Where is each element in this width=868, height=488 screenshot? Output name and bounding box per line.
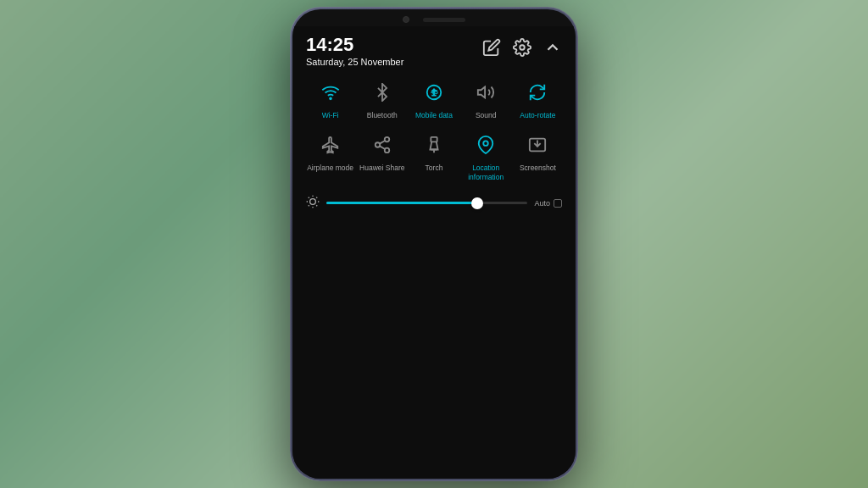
toggle-auto-rotate[interactable]: Auto-rotate — [514, 77, 562, 119]
auto-rotate-icon-wrap — [522, 77, 553, 108]
toggle-location[interactable]: Location information — [462, 130, 510, 180]
location-label: Location information — [462, 164, 510, 180]
settings-icon[interactable] — [513, 38, 531, 59]
brightness-icon — [306, 195, 320, 212]
notch-area — [292, 9, 576, 26]
bluetooth-label: Bluetooth — [367, 111, 398, 119]
svg-point-5 — [385, 137, 390, 142]
svg-text:4G: 4G — [431, 89, 438, 95]
svg-rect-10 — [431, 137, 437, 142]
wifi-label: Wi-Fi — [322, 111, 339, 119]
auto-rotate-label: Auto-rotate — [520, 111, 555, 119]
toggle-bluetooth[interactable]: Bluetooth — [358, 77, 406, 119]
brightness-control: Auto — [306, 191, 562, 215]
bluetooth-icon-wrap — [367, 77, 398, 108]
toggle-sound[interactable]: Sound — [462, 77, 510, 119]
toggle-torch[interactable]: Torch — [409, 130, 458, 180]
huawei-share-label: Huawei Share — [359, 164, 404, 172]
svg-line-19 — [309, 197, 309, 198]
sound-icon-wrap — [470, 77, 501, 108]
svg-line-8 — [380, 147, 385, 150]
toggle-airplane[interactable]: Airplane mode — [306, 130, 354, 180]
svg-point-6 — [376, 143, 381, 148]
auto-brightness-checkbox[interactable] — [554, 199, 562, 208]
front-camera — [403, 16, 409, 23]
svg-line-23 — [309, 205, 309, 206]
toggle-huawei-share[interactable]: Huawei Share — [358, 130, 406, 180]
toggle-wifi[interactable]: Wi-Fi — [306, 77, 354, 119]
quick-toggles-row2: Airplane mode Huawei Share — [306, 130, 562, 180]
svg-point-1 — [330, 98, 331, 100]
brightness-auto-section: Auto — [534, 199, 562, 208]
wifi-icon-wrap — [315, 77, 346, 108]
svg-marker-4 — [478, 87, 485, 98]
phone-screen: 14:25 Saturday, 25 November — [292, 9, 576, 479]
screenshot-label: Screenshot — [520, 164, 556, 172]
auto-label: Auto — [534, 199, 550, 208]
brightness-fill — [326, 202, 477, 204]
sound-label: Sound — [476, 111, 497, 119]
quick-settings-panel: 14:25 Saturday, 25 November — [292, 26, 576, 479]
brightness-slider[interactable] — [326, 202, 527, 204]
mobile-data-label: Mobile data — [415, 111, 453, 119]
svg-point-16 — [310, 198, 316, 204]
airplane-label: Airplane mode — [307, 164, 353, 172]
brightness-thumb[interactable] — [471, 197, 483, 209]
airplane-icon-wrap — [315, 130, 346, 160]
quick-toggles-row1: Wi-Fi Bluetooth 4G — [306, 77, 562, 119]
collapse-icon[interactable] — [543, 38, 562, 59]
svg-point-7 — [385, 148, 390, 153]
status-bar: 14:25 Saturday, 25 November — [306, 35, 562, 67]
toggle-mobile-data[interactable]: 4G Mobile data — [409, 77, 458, 119]
edit-icon[interactable] — [482, 38, 501, 59]
date-display: Saturday, 25 November — [306, 57, 403, 67]
svg-point-13 — [483, 141, 488, 147]
location-icon-wrap — [470, 130, 501, 160]
svg-line-20 — [316, 205, 317, 206]
huawei-share-icon-wrap — [367, 130, 398, 160]
header-action-icons — [482, 35, 562, 59]
speaker-grille — [423, 18, 465, 22]
mobile-data-icon-wrap: 4G — [419, 77, 449, 108]
clock-display: 14:25 — [306, 35, 403, 55]
svg-line-9 — [380, 141, 385, 144]
torch-icon-wrap — [419, 130, 449, 160]
phone-frame: 14:25 Saturday, 25 November — [290, 7, 578, 481]
time-date-block: 14:25 Saturday, 25 November — [306, 35, 403, 67]
toggle-screenshot[interactable]: Screenshot — [514, 130, 562, 180]
torch-label: Torch — [426, 164, 443, 172]
screenshot-icon-wrap — [522, 130, 553, 160]
svg-point-0 — [520, 45, 525, 50]
svg-line-24 — [316, 197, 317, 198]
